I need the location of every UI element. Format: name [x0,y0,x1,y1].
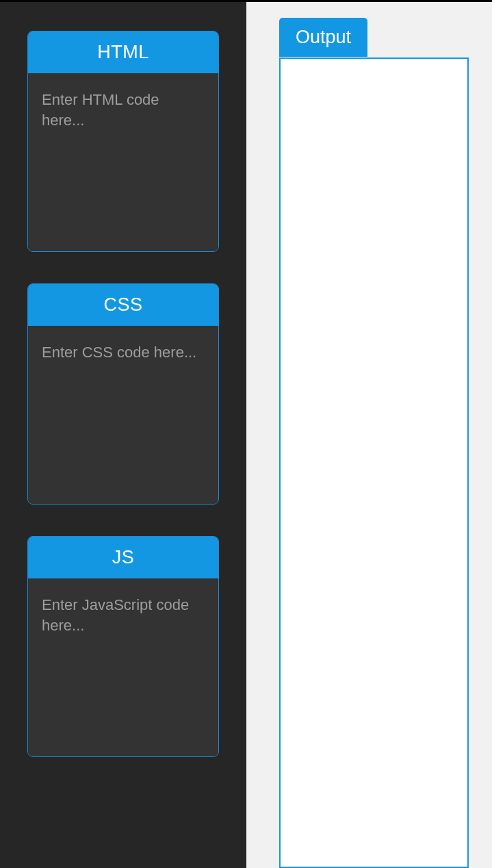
js-editor-input[interactable] [28,578,218,756]
css-editor-input[interactable] [28,326,218,504]
output-tab: Output [279,18,367,57]
css-editor-header: CSS [28,284,218,326]
output-panel: Output [246,2,492,868]
html-editor-header: HTML [28,31,218,73]
output-container: Output [279,18,469,868]
js-editor-header: JS [28,537,218,578]
css-editor-card: CSS [27,283,219,505]
html-editor-input[interactable] [28,73,218,251]
js-editor-card: JS [27,536,219,757]
editors-panel: HTML CSS JS [0,2,246,868]
output-frame [279,58,469,868]
html-editor-card: HTML [27,31,219,252]
code-editor-app: HTML CSS JS Output [0,0,492,868]
